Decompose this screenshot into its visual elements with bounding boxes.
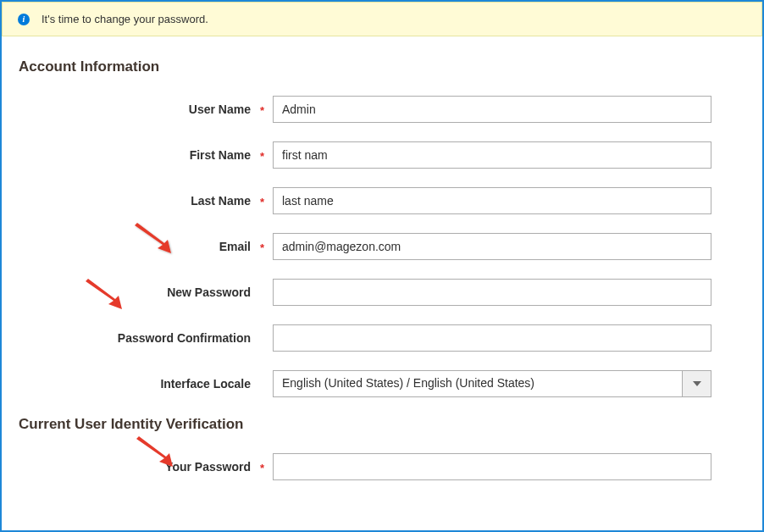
yourpassword-label: Your Password * — [19, 460, 273, 474]
firstname-label: First Name * — [19, 148, 273, 162]
required-star: * — [260, 241, 264, 254]
lastname-label: Last Name * — [19, 194, 273, 208]
chevron-down-icon — [693, 381, 701, 386]
required-star: * — [260, 196, 264, 208]
password-change-notice: i It's time to change your password. — [2, 2, 762, 36]
email-input[interactable] — [273, 233, 711, 260]
username-input[interactable] — [273, 96, 711, 123]
passwordconfirm-label: Password Confirmation — [19, 331, 273, 345]
section-identity-verification-title: Current User Identity Verification — [19, 416, 745, 433]
locale-dropdown-button[interactable] — [683, 370, 711, 397]
locale-selected-value: English (United States) / English (Unite… — [273, 370, 683, 397]
username-label: User Name * — [19, 103, 273, 116]
locale-label: Interface Locale — [19, 377, 273, 391]
newpassword-label: New Password — [19, 285, 273, 299]
lastname-input[interactable] — [273, 187, 711, 214]
yourpassword-input[interactable] — [273, 453, 711, 480]
notice-text: It's time to change your password. — [42, 13, 208, 25]
email-label: Email * — [19, 240, 273, 253]
required-star: * — [260, 104, 264, 117]
info-icon: i — [18, 14, 30, 25]
firstname-input[interactable] — [273, 141, 711, 169]
required-star: * — [260, 150, 264, 163]
newpassword-input[interactable] — [273, 279, 711, 306]
section-account-info-title: Account Information — [19, 58, 745, 75]
locale-select[interactable]: English (United States) / English (Unite… — [273, 370, 711, 397]
passwordconfirm-input[interactable] — [273, 324, 711, 352]
required-star: * — [260, 462, 264, 474]
